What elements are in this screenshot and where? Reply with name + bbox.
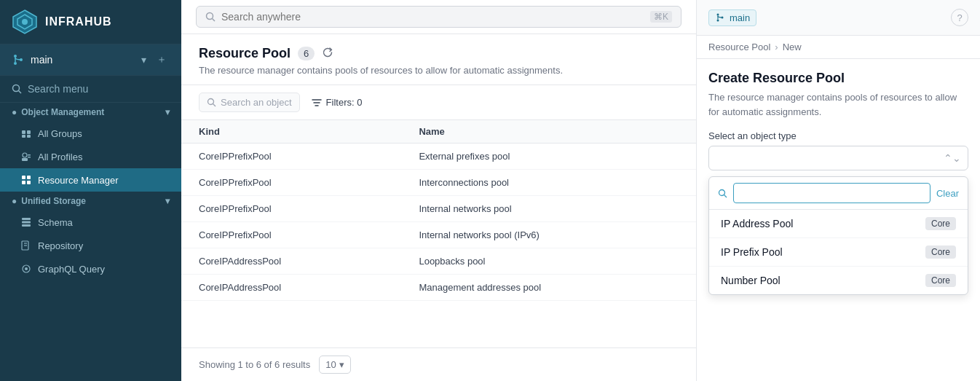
svg-line-30 <box>213 19 216 22</box>
panel-branch-tag[interactable]: main <box>708 9 756 26</box>
svg-point-34 <box>717 20 719 22</box>
sidebar-item-repository[interactable]: Repository <box>0 234 181 257</box>
svg-point-13 <box>23 153 27 157</box>
table-row[interactable]: CoreIPPrefixPool Interconnections pool <box>181 170 696 196</box>
refresh-button[interactable] <box>322 47 333 60</box>
logo-area: INFRAHUB <box>0 0 181 44</box>
table-row[interactable]: CoreIPPrefixPool External prefixes pool <box>181 144 696 170</box>
repository-icon <box>20 240 32 251</box>
panel-body: Create Resource Pool The resource manage… <box>697 59 980 307</box>
sidebar-item-label: All Profiles <box>38 152 82 162</box>
section-object-management[interactable]: ● Object Management ▾ <box>0 103 181 122</box>
page-title: Resource Pool <box>199 46 291 61</box>
branch-actions: ▾ ＋ <box>138 52 170 68</box>
cell-name: Management addresses pool <box>401 275 696 301</box>
sidebar: INFRAHUB main ▾ ＋ Search menu ● Object M… <box>0 0 181 381</box>
search-menu-icon <box>12 84 22 94</box>
per-page-selector[interactable]: 10 ▾ <box>319 356 350 374</box>
dropdown-option-item[interactable]: Number Pool Core <box>709 267 968 294</box>
cell-name: Loopbacks pool <box>401 248 696 275</box>
sidebar-item-all-groups[interactable]: All Groups <box>0 122 181 145</box>
option-name: Number Pool <box>721 275 781 286</box>
breadcrumb-new: New <box>783 42 802 52</box>
search-menu-item[interactable]: Search menu <box>0 76 181 103</box>
dropdown-search-input[interactable] <box>733 183 930 203</box>
svg-point-4 <box>14 62 17 65</box>
table-row[interactable]: CoreIPPrefixPool Internal networks pool <box>181 196 696 222</box>
table-row[interactable]: CoreIPAddressPool Loopbacks pool <box>181 248 696 275</box>
sidebar-item-label: GraphQL Query <box>38 264 105 275</box>
branch-icon <box>12 53 25 66</box>
table-search-placeholder: Search an object <box>221 97 292 108</box>
svg-rect-16 <box>28 157 31 158</box>
global-search-bar[interactable]: ⌘K <box>196 6 681 28</box>
showing-results: Showing 1 to 6 of 6 results <box>199 359 310 370</box>
filter-button[interactable]: Filters: 0 <box>312 97 363 108</box>
clear-button[interactable]: Clear <box>936 188 959 199</box>
svg-point-28 <box>25 267 28 270</box>
page-header: Resource Pool 6 The resource manager con… <box>181 34 696 85</box>
per-page-chevron-icon: ▾ <box>339 359 344 370</box>
app-logo-icon <box>12 9 38 35</box>
section-expand-icon: ▾ <box>165 196 170 206</box>
svg-rect-21 <box>22 218 31 220</box>
cell-kind: CoreIPAddressPool <box>181 275 401 301</box>
svg-line-38 <box>724 195 727 197</box>
per-page-value: 10 <box>325 359 336 370</box>
dropdown-option-item[interactable]: IP Address Pool Core <box>709 210 968 238</box>
table-search[interactable]: Search an object <box>199 93 300 112</box>
option-name: IP Address Pool <box>721 218 793 229</box>
svg-line-32 <box>213 104 216 107</box>
page-count-badge: 6 <box>298 47 315 60</box>
branch-selector[interactable]: main ▾ ＋ <box>0 44 181 76</box>
svg-point-3 <box>14 55 17 58</box>
object-type-select[interactable]: IP Address Pool IP Prefix Pool Number Po… <box>708 146 968 170</box>
table-row[interactable]: CoreIPAddressPool Management addresses p… <box>181 275 696 301</box>
sidebar-item-graphql-query[interactable]: GraphQL Query <box>0 257 181 280</box>
page-title-row: Resource Pool 6 <box>199 46 679 61</box>
svg-rect-18 <box>27 176 31 179</box>
object-type-select-wrapper[interactable]: IP Address Pool IP Prefix Pool Number Po… <box>708 146 968 170</box>
section-label: Object Management <box>21 107 104 117</box>
resource-manager-icon <box>20 174 32 186</box>
svg-point-31 <box>208 99 214 105</box>
table-wrap: Kind Name CoreIPPrefixPool External pref… <box>181 120 696 347</box>
right-panel: main ? Resource Pool › New Create Resour… <box>696 0 980 381</box>
svg-point-33 <box>717 14 719 16</box>
panel-title: Create Resource Pool <box>708 71 968 86</box>
cell-kind: CoreIPPrefixPool <box>181 196 401 222</box>
cell-name: External prefixes pool <box>401 144 696 170</box>
svg-rect-17 <box>22 176 25 179</box>
branch-chevron-icon[interactable]: ▾ <box>138 52 149 67</box>
global-search-input[interactable] <box>221 11 644 23</box>
breadcrumb-separator: › <box>775 42 778 52</box>
panel-branch-icon <box>715 12 725 23</box>
app-name: INFRAHUB <box>45 15 112 28</box>
object-type-dropdown: Clear IP Address Pool Core IP Prefix Poo… <box>708 176 968 295</box>
option-badge: Core <box>925 217 956 230</box>
sidebar-item-all-profiles[interactable]: All Profiles <box>0 145 181 168</box>
groups-icon <box>20 127 32 139</box>
branch-label: main <box>31 54 52 66</box>
panel-header: main ? <box>697 0 980 36</box>
graphql-icon <box>20 263 32 275</box>
table-row[interactable]: CoreIPPrefixPool Internal networks pool … <box>181 222 696 248</box>
cell-kind: CoreIPPrefixPool <box>181 222 401 248</box>
dropdown-option-item[interactable]: IP Prefix Pool Core <box>709 238 968 267</box>
help-button[interactable]: ? <box>951 9 968 26</box>
panel-branch-name: main <box>730 12 750 23</box>
svg-rect-12 <box>27 135 31 138</box>
svg-rect-14 <box>22 158 28 161</box>
sidebar-item-resource-manager[interactable]: Resource Manager <box>0 168 181 192</box>
section-unified-storage[interactable]: ● Unified Storage ▾ <box>0 192 181 211</box>
table-footer: Showing 1 to 6 of 6 results 10 ▾ <box>181 347 696 381</box>
cell-name: Internal networks pool (IPv6) <box>401 222 696 248</box>
branch-add-icon[interactable]: ＋ <box>154 52 170 68</box>
svg-line-8 <box>19 91 22 94</box>
breadcrumb-resource-pool: Resource Pool <box>708 42 770 52</box>
cell-name: Internal networks pool <box>401 196 696 222</box>
col-header-kind: Kind <box>181 120 401 144</box>
sidebar-item-schema[interactable]: Schema <box>0 211 181 234</box>
table-toolbar: Search an object Filters: 0 <box>181 85 696 120</box>
profiles-icon <box>20 151 32 162</box>
